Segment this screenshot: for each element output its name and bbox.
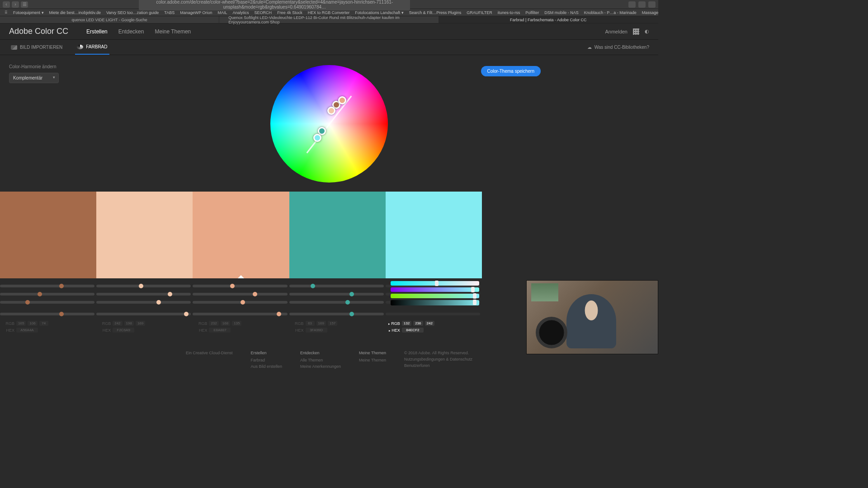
b-value[interactable]: 157 bbox=[328, 321, 337, 326]
hex-value[interactable]: A56A4A bbox=[16, 328, 38, 333]
slider-track[interactable] bbox=[289, 313, 384, 315]
r-value[interactable]: 242 bbox=[113, 321, 122, 326]
footer-link[interactable]: Benutzerforen bbox=[404, 363, 472, 368]
hex-value[interactable]: F2C6A9 bbox=[113, 328, 134, 333]
swatch[interactable] bbox=[96, 192, 193, 278]
harmony-select[interactable]: Komplementär bbox=[9, 73, 59, 83]
nav-explore[interactable]: Entdecken bbox=[118, 28, 144, 35]
slider-handle[interactable] bbox=[59, 284, 64, 288]
bookmark-item[interactable]: Massage I bbox=[642, 10, 658, 15]
nav-create[interactable]: Erstellen bbox=[86, 28, 108, 35]
slider-track[interactable] bbox=[96, 293, 191, 296]
slider-handle[interactable] bbox=[139, 284, 143, 288]
slider-handle[interactable] bbox=[277, 312, 281, 316]
slider-track[interactable] bbox=[193, 285, 287, 287]
bookmark-item[interactable]: Polfilter bbox=[525, 10, 539, 15]
slider-handle[interactable] bbox=[38, 292, 42, 296]
g-value[interactable]: 168 bbox=[221, 321, 230, 326]
bookmark-item[interactable]: HEX to RGB Converter bbox=[308, 10, 350, 15]
wheel-handle[interactable] bbox=[338, 96, 346, 104]
slider-handle[interactable] bbox=[311, 284, 315, 288]
g-slider[interactable] bbox=[391, 287, 479, 292]
slider-track[interactable] bbox=[0, 313, 94, 315]
swatch[interactable] bbox=[289, 192, 386, 278]
footer-link[interactable]: Nutzungsbedingungen & Datenschutz bbox=[404, 357, 472, 361]
sidebar-button[interactable]: ☰ bbox=[21, 1, 28, 8]
b-value[interactable]: 135 bbox=[232, 321, 241, 326]
r-slider[interactable] bbox=[391, 281, 479, 286]
slider-handle[interactable] bbox=[184, 312, 189, 316]
slider-handle[interactable] bbox=[156, 300, 161, 305]
browser-tab[interactable]: Quenox Softlight LED-Videoleuchte LEDP-1… bbox=[219, 16, 439, 23]
bookmark-item[interactable]: SEORCH bbox=[255, 10, 272, 15]
footer-link[interactable]: Farbrad bbox=[250, 358, 282, 362]
bookmark-item[interactable]: DSM mobile - NAS bbox=[544, 10, 579, 15]
bookmark-item[interactable]: GRAUFILTER bbox=[467, 10, 492, 15]
cc-libraries-link[interactable]: Was sind CC-Bibliotheken? bbox=[594, 45, 649, 50]
slider-track[interactable] bbox=[193, 313, 287, 315]
g-value[interactable]: 106 bbox=[28, 321, 37, 326]
apps-grid-icon[interactable] bbox=[633, 28, 639, 35]
slider-track[interactable] bbox=[0, 285, 94, 287]
wheel-handle[interactable] bbox=[327, 107, 335, 115]
wheel-handle[interactable] bbox=[313, 134, 321, 142]
b-value[interactable]: 169 bbox=[136, 321, 145, 326]
footer-link[interactable]: Aus Bild erstellen bbox=[250, 364, 282, 369]
slider-handle[interactable] bbox=[253, 292, 257, 296]
slider-track[interactable] bbox=[96, 301, 191, 304]
wheel-handle[interactable] bbox=[318, 127, 326, 135]
b-slider[interactable] bbox=[391, 294, 479, 298]
r-value[interactable]: 232 bbox=[209, 321, 218, 326]
cc-icon[interactable]: ◐ bbox=[645, 28, 649, 34]
slider-handle[interactable] bbox=[345, 300, 350, 305]
back-button[interactable]: ‹ bbox=[3, 1, 10, 8]
nav-my-themes[interactable]: Meine Themen bbox=[155, 28, 191, 35]
slider-track[interactable] bbox=[289, 285, 384, 287]
bookmark-item[interactable]: TABS bbox=[164, 10, 175, 15]
slider-handle[interactable] bbox=[230, 284, 235, 288]
color-wheel-tab[interactable]: FARBRAD bbox=[75, 40, 109, 55]
bookmark-item[interactable]: ManageWP Orion bbox=[180, 10, 212, 15]
save-theme-button[interactable]: Color-Thema speichern bbox=[481, 66, 541, 76]
b-value[interactable]: 74 bbox=[39, 321, 48, 326]
url-bar[interactable]: color.adobe.com/de/create/color-wheel/?b… bbox=[139, 0, 410, 10]
footer-link[interactable]: Meine Themen bbox=[359, 358, 386, 362]
bookmark-item[interactable]: Search & Filt…Press Plugins bbox=[409, 10, 462, 15]
hex-value[interactable]: E8A887 bbox=[209, 328, 231, 333]
slider-track[interactable] bbox=[96, 285, 191, 287]
footer-link[interactable]: Alle Themen bbox=[300, 358, 341, 362]
bookmark-item[interactable]: Free 4k Stock bbox=[277, 10, 302, 15]
bookmark-item[interactable]: Analytics bbox=[233, 10, 249, 15]
slider-handle[interactable] bbox=[241, 300, 245, 305]
slider-track[interactable] bbox=[386, 313, 480, 315]
slider-track[interactable] bbox=[193, 301, 287, 304]
reader-icon[interactable] bbox=[628, 1, 636, 8]
browser-tab[interactable]: quenox LED VIDE LIGHT - Google-Suche bbox=[0, 16, 219, 23]
browser-tab[interactable]: Farbrad | Farbschemata - Adobe Color CC bbox=[439, 16, 658, 23]
bookmark-item[interactable]: itunes-to-rss bbox=[498, 10, 520, 15]
r-value[interactable]: 132 bbox=[402, 321, 411, 326]
g-value[interactable]: 198 bbox=[124, 321, 134, 326]
forward-button[interactable]: › bbox=[12, 1, 19, 8]
bookmark-item[interactable]: Miete die best…inobjektiv.de bbox=[49, 10, 101, 15]
import-image-tab[interactable]: BILD IMPORTIEREN bbox=[9, 40, 64, 54]
slider-handle[interactable] bbox=[59, 312, 64, 316]
slider-track[interactable] bbox=[193, 293, 287, 296]
tabs-icon[interactable] bbox=[648, 1, 656, 8]
bookmark-item[interactable]: Fotolocations Landschaft ▾ bbox=[355, 10, 404, 15]
swatch[interactable] bbox=[0, 192, 96, 278]
swatch[interactable] bbox=[193, 192, 289, 278]
r-value[interactable]: 63 bbox=[306, 321, 315, 326]
slider-handle[interactable] bbox=[349, 292, 354, 296]
slider-track[interactable] bbox=[289, 301, 384, 304]
slider-track[interactable] bbox=[0, 293, 94, 296]
hex-value[interactable]: 3FA99D bbox=[306, 328, 327, 333]
r-value[interactable]: 165 bbox=[16, 321, 26, 326]
bookmark-item[interactable]: MAIL bbox=[218, 10, 227, 15]
bookmark-item[interactable]: Varvy SEO too…zation guide bbox=[106, 10, 159, 15]
slider-track[interactable] bbox=[0, 301, 94, 304]
bookmark-item[interactable]: Fotoequipment ▾ bbox=[13, 10, 44, 15]
slider-handle[interactable] bbox=[349, 312, 354, 316]
bookmark-item[interactable]: Knoblauch - P…a - Marinade bbox=[584, 10, 637, 15]
login-link[interactable]: Anmelden bbox=[605, 29, 627, 34]
